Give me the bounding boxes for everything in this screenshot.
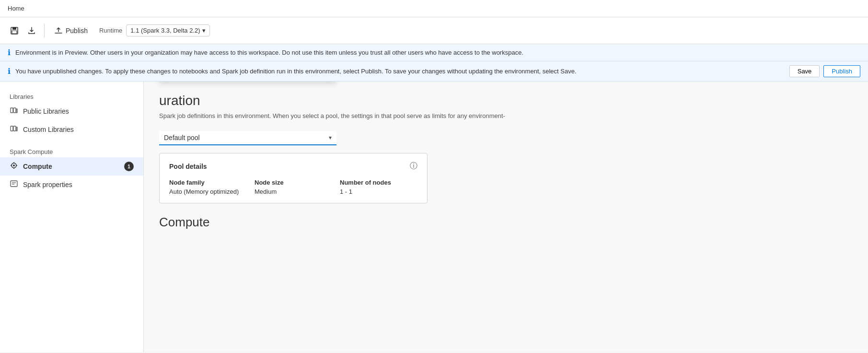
pool-info-icon[interactable]: ⓘ	[410, 161, 417, 171]
runtime-label: Runtime	[99, 27, 122, 34]
pool-node-family: Node family Auto (Memory optimized)	[169, 179, 247, 195]
pool-dropdown-container: Starter pool ✓ Default pool Node family:…	[159, 131, 336, 145]
runtime-chevron-icon: ▾	[202, 27, 206, 34]
sidebar-item-public-libraries[interactable]: Public Libraries	[0, 102, 143, 120]
public-libraries-label: Public Libraries	[23, 107, 69, 115]
home-title: Home	[8, 5, 24, 12]
svg-rect-8	[16, 127, 17, 131]
publish-button[interactable]: Publish	[50, 24, 92, 37]
svg-rect-2	[12, 31, 17, 34]
preview-banner: ℹ Environment is in Preview. Other users…	[0, 44, 868, 61]
unpublished-banner: ℹ You have unpublished changes. To apply…	[0, 61, 868, 82]
compute-section-heading: Compute	[159, 215, 853, 230]
svg-rect-5	[16, 109, 17, 113]
export-button[interactable]	[25, 24, 38, 37]
pool-details-grid: Node family Auto (Memory optimized) Node…	[169, 179, 417, 195]
node-size-value: Medium	[255, 188, 332, 195]
runtime-value: 1.1 (Spark 3.3, Delta 2.2)	[130, 27, 200, 34]
svg-rect-1	[12, 27, 16, 30]
info-icon-1: ℹ	[8, 48, 11, 57]
pool-dropdown-trigger[interactable]: Default pool ▾	[159, 131, 336, 145]
node-count-label: Number of nodes	[340, 179, 417, 186]
save-button[interactable]	[8, 24, 21, 37]
toolbar-divider	[44, 24, 45, 37]
sidebar-item-custom-libraries[interactable]: Custom Libraries	[0, 120, 143, 139]
unpublished-banner-text: You have unpublished changes. To apply t…	[15, 68, 577, 75]
svg-rect-4	[13, 108, 16, 113]
svg-rect-6	[11, 126, 13, 131]
svg-rect-3	[11, 108, 13, 113]
pool-details-card: Pool details ⓘ Node family Auto (Memory …	[159, 153, 428, 203]
runtime-dropdown[interactable]: 1.1 (Spark 3.3, Delta 2.2) ▾	[126, 24, 209, 36]
spark-compute-section-label: Spark Compute	[0, 144, 143, 157]
banner-publish-button[interactable]: Publish	[823, 65, 860, 77]
compute-icon	[10, 161, 18, 172]
node-count-value: 1 - 1	[340, 188, 417, 195]
node-family-value: Auto (Memory optimized)	[169, 188, 247, 195]
toolbar: Publish Runtime 1.1 (Spark 3.3, Delta 2.…	[0, 17, 868, 44]
content-description: Spark job definitions in this environmen…	[159, 112, 543, 119]
pool-node-size: Node size Medium	[255, 179, 332, 195]
spark-properties-icon	[10, 179, 18, 190]
svg-rect-7	[13, 126, 16, 131]
custom-libraries-label: Custom Libraries	[23, 126, 74, 133]
pool-details-title: Pool details	[169, 163, 207, 170]
svg-point-10	[13, 165, 15, 166]
top-nav: Home	[0, 0, 868, 17]
banner-actions: Save Publish	[789, 65, 860, 77]
custom-libraries-icon	[10, 124, 18, 135]
pool-node-count: Number of nodes 1 - 1	[340, 179, 417, 195]
spark-properties-label: Spark properties	[23, 181, 72, 188]
sidebar: Libraries Public Libraries Custom Librar…	[0, 82, 144, 352]
info-icon-2: ℹ	[8, 67, 11, 76]
compute-label: Compute	[23, 163, 52, 170]
pool-details-header: Pool details ⓘ	[169, 161, 417, 171]
dropdown-chevron-icon: ▾	[329, 134, 332, 141]
compute-badge: 1	[124, 162, 134, 171]
banner-save-button[interactable]: Save	[789, 65, 820, 77]
node-family-label: Node family	[169, 179, 247, 186]
sidebar-item-compute[interactable]: Compute 1	[0, 157, 143, 176]
content-title: uration	[159, 93, 853, 108]
node-size-label: Node size	[255, 179, 332, 186]
content-area: uration Spark job definitions in this en…	[144, 82, 868, 352]
pool-selected-value: Default pool	[164, 134, 200, 141]
main-layout: Libraries Public Libraries Custom Librar…	[0, 82, 868, 352]
preview-banner-text: Environment is in Preview. Other users i…	[15, 49, 523, 56]
svg-rect-15	[11, 181, 17, 187]
publish-label: Publish	[66, 27, 88, 35]
public-libraries-icon	[10, 106, 18, 117]
libraries-section-label: Libraries	[0, 89, 143, 102]
sidebar-item-spark-properties[interactable]: Spark properties	[0, 176, 143, 194]
